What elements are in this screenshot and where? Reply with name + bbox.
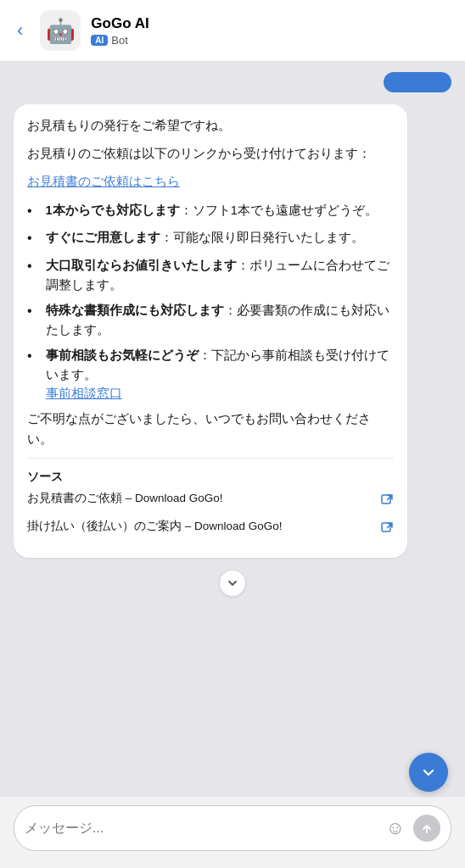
top-action-button[interactable] [384,72,451,92]
bullet-item-4: 特殊な書類作成にも対応します：必要書類の作成にも対応いたします。 [27,301,394,339]
source-external-icon-2 [380,520,394,542]
bot-message-bubble: お見積もりの発行をご希望ですね。 お見積りのご依頼は以下のリンクから受け付けてお… [14,104,407,558]
emoji-button[interactable]: ☺ [386,817,405,839]
bullet-item-2: すぐにご用意します：可能な限り即日発行いたします。 [27,228,394,249]
source-link-1[interactable]: お見積書のご依頼 – Download GoGo! [27,491,373,507]
message-line1: お見積もりの発行をご希望ですね。 [27,116,394,136]
bullet-item-5: 事前相談もお気軽にどうぞ：下記から事前相談も受け付けています。事前相談窓口 [27,346,394,403]
ai-badge: AI [91,35,108,46]
source-external-icon-1 [380,492,394,514]
bot-subtitle: Bot [111,34,128,47]
bullet-item-3: 大口取引ならお値引きいたします：ボリュームに合わせてご調整します。 [27,256,394,294]
bot-avatar: 🤖 [40,10,81,51]
message-line2: お見積りのご依頼は以下のリンクから受け付けております： [27,144,394,164]
source-item-1: お見積書のご依頼 – Download GoGo! [27,491,394,514]
message-input[interactable] [25,821,378,836]
send-button[interactable] [413,815,440,842]
source-item-2: 掛け払い（後払い）のご案内 – Download GoGo! [27,519,394,542]
bullet-list: 1本からでも対応します：ソフト1本でも遠慮せずどうぞ。 すぐにご用意します：可能… [27,201,394,403]
bot-tag: AI Bot [91,34,148,47]
bullet-item-1: 1本からでも対応します：ソフト1本でも遠慮せずどうぞ。 [27,201,394,222]
input-row: ☺ [14,805,451,851]
bot-info: GoGo AI AI Bot [91,15,148,47]
bot-name: GoGo AI [91,15,148,32]
closing-text: ご不明な点がございましたら、いつでもお問い合わせください。 [27,409,394,448]
sources-section: ソース お見積書のご依頼 – Download GoGo! 掛け払い（後払い）の… [27,458,394,542]
chat-header: ‹ 🤖 GoGo AI AI Bot [0,0,465,62]
chat-area: お見積もりの発行をご希望ですね。 お見積りのご依頼は以下のリンクから受け付けてお… [0,62,465,797]
sources-title: ソース [27,467,394,486]
expand-button[interactable] [219,570,246,597]
consultation-link[interactable]: 事前相談窓口 [46,387,122,400]
estimate-link[interactable]: お見積書のご依頼はこちら [27,175,180,188]
input-area: ☺ [0,797,465,868]
back-button[interactable]: ‹ [10,16,30,45]
source-link-2[interactable]: 掛け払い（後払い）のご案内 – Download GoGo! [27,519,373,535]
scroll-down-button[interactable] [409,753,448,792]
